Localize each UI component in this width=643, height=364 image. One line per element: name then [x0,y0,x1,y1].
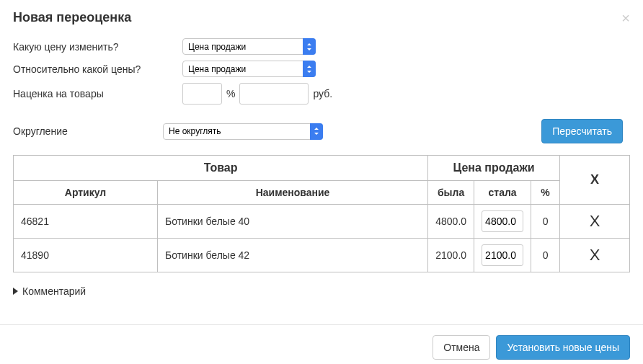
was-cell: 4800.0 [428,205,474,239]
remove-row-button[interactable]: X [560,239,630,272]
markup-label: Наценка на товары [13,88,182,99]
article-cell: 41890 [14,239,158,272]
name-cell: Ботинки белые 40 [158,205,428,239]
new-price-input[interactable] [482,210,523,232]
modal-title: Новая переоценка [13,10,131,25]
product-header: Товар [14,156,428,181]
rounding-label: Округление [13,125,163,137]
percent-cell: 0 [531,239,560,272]
article-cell: 46821 [14,205,158,239]
which-price-select[interactable]: Цена продажи [182,38,316,55]
became-header: стала [474,181,531,205]
rounding-select[interactable]: Не округлять [163,123,323,140]
table-row: 46821 Ботинки белые 40 4800.0 0 X [14,205,630,239]
comment-label: Комментарий [22,285,86,297]
article-header: Артикул [14,181,158,205]
markup-amount-input[interactable] [239,83,309,105]
was-header: была [428,181,474,205]
name-header: Наименование [158,181,428,205]
relative-to-select[interactable]: Цена продажи [182,61,316,77]
close-icon[interactable]: × [621,11,630,25]
new-price-input[interactable] [482,244,523,266]
relative-to-label: Относительно какой цены? [13,63,182,75]
percent-unit: % [226,88,235,99]
name-cell: Ботинки белые 42 [158,239,428,272]
which-price-label: Какую цену изменить? [13,41,182,53]
comment-toggle[interactable]: Комментарий [13,285,630,297]
markup-percent-input[interactable] [182,83,222,105]
x-header: X [560,156,630,205]
percent-header: % [531,181,560,205]
percent-cell: 0 [531,205,560,239]
cancel-button[interactable]: Отмена [433,335,490,360]
triangle-right-icon [13,288,18,295]
table-row: 41890 Ботинки белые 42 2100.0 0 X [14,239,630,272]
revaluation-table: Товар Цена продажи X Артикул Наименовани… [13,155,630,272]
was-cell: 2100.0 [428,239,474,272]
recalculate-button[interactable]: Пересчитать [541,119,623,143]
rub-unit: руб. [313,88,332,99]
remove-row-button[interactable]: X [560,205,630,239]
apply-button[interactable]: Установить новые цены [496,335,630,360]
price-header: Цена продажи [428,156,560,181]
